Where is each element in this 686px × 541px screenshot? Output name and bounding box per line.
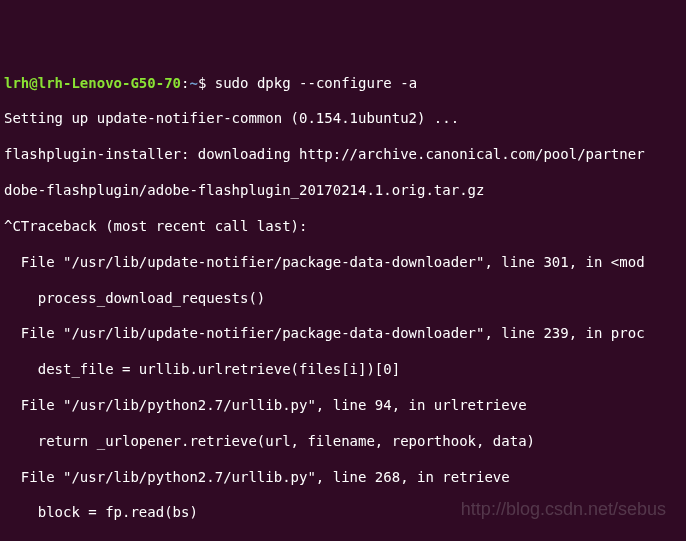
output-line: File "/usr/lib/update-notifier/package-d… [4, 325, 682, 343]
output-line: dest_file = urllib.urlretrieve(files[i])… [4, 361, 682, 379]
output-line: File "/usr/lib/python2.7/urllib.py", lin… [4, 397, 682, 415]
command-1: sudo dpkg --configure -a [215, 75, 417, 91]
output-line: process_download_requests() [4, 290, 682, 308]
terminal-output[interactable]: lrh@lrh-Lenovo-G50-70:~$ sudo dpkg --con… [4, 75, 682, 541]
output-line: Setting up update-notifier-common (0.154… [4, 110, 682, 128]
prompt-path: ~ [189, 75, 197, 91]
output-line: File "/usr/lib/python2.7/urllib.py", lin… [4, 469, 682, 487]
output-line: return _urlopener.retrieve(url, filename… [4, 433, 682, 451]
prompt-dollar: $ [198, 75, 206, 91]
prompt-user: lrh@lrh-Lenovo-G50-70 [4, 75, 181, 91]
output-line: dobe-flashplugin/adobe-flashplugin_20170… [4, 182, 682, 200]
output-line: block = fp.read(bs) [4, 504, 682, 522]
output-line: File "/usr/lib/update-notifier/package-d… [4, 254, 682, 272]
output-line: ^CTraceback (most recent call last): [4, 218, 682, 236]
output-line: flashplugin-installer: downloading http:… [4, 146, 682, 164]
prompt-line-1: lrh@lrh-Lenovo-G50-70:~$ sudo dpkg --con… [4, 75, 682, 93]
